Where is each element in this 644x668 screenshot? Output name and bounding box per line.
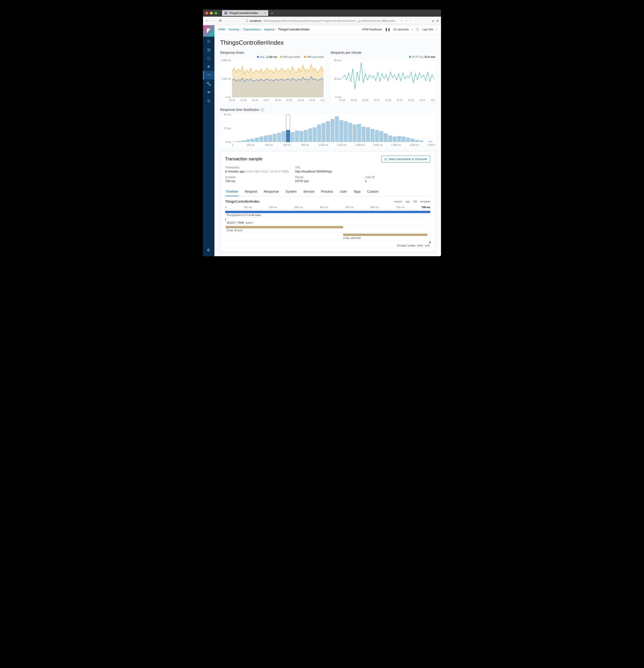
svg-rect-71: [397, 136, 401, 142]
svg-text:02:28: 02:28: [275, 99, 281, 102]
svg-rect-40: [264, 135, 268, 142]
sidebar-discover-icon[interactable]: ◎: [203, 36, 214, 45]
timerange[interactable]: Last 9m: [422, 28, 433, 31]
breadcrumb-current: ThingsController#index: [278, 28, 310, 31]
tab-tags[interactable]: Tags: [353, 187, 361, 196]
page-title: ThingsController#index: [220, 39, 435, 46]
timerange-prev-icon[interactable]: ‹: [412, 28, 413, 31]
sample-heading: Transaction sample: [225, 156, 262, 162]
new-tab-button[interactable]: ＋: [270, 11, 274, 16]
browser-tab[interactable]: ThingsController#index ×: [222, 10, 268, 16]
svg-text:50 req.: 50 req.: [224, 113, 231, 116]
view-in-discover-button[interactable]: ◎ View transaction in Discover: [381, 155, 430, 163]
tab-request[interactable]: Request: [244, 187, 257, 196]
apm-feedback-link[interactable]: APM feedback: [362, 28, 382, 31]
breadcrumb-transactions[interactable]: Transactions: [243, 28, 260, 31]
distribution-chart[interactable]: 50 req.25 req.0 req.0200 ms400 ms600 ms8…: [220, 113, 435, 147]
svg-text:200 ms: 200 ms: [247, 144, 255, 146]
url-input[interactable]: ⓘ localhost:5601/app/apm#/Dummy/transact…: [243, 18, 410, 24]
rpm-legend: HTTP 2xx 51.0 rpm: [331, 56, 435, 58]
svg-rect-73: [406, 138, 410, 142]
timestamp-label: Timestamp: [225, 166, 290, 169]
rpm-chart[interactable]: 90 rpm45 rpm0 rpm02:2402:2502:2602:2702:…: [331, 59, 435, 102]
more-icon[interactable]: ⋯: [401, 19, 403, 22]
minimize-window-button[interactable]: [210, 12, 213, 15]
svg-text:02:31: 02:31: [420, 99, 425, 102]
svg-text:02:32: 02:32: [320, 99, 325, 102]
svg-rect-55: [326, 121, 330, 142]
svg-text:02:30: 02:30: [298, 99, 304, 102]
sidebar-visualize-icon[interactable]: ▥: [203, 45, 214, 54]
svg-rect-34: [237, 141, 241, 142]
tab-custom[interactable]: Custom: [367, 187, 379, 196]
site-info-icon[interactable]: ⓘ: [245, 19, 249, 23]
tab-service[interactable]: Service: [303, 187, 315, 196]
svg-text:02:29: 02:29: [286, 99, 292, 102]
svg-rect-67: [379, 131, 384, 142]
pause-icon[interactable]: ❚❚: [385, 28, 390, 31]
span-row[interactable]: things/index.html.erb: [225, 240, 430, 248]
span-row[interactable]: Slow block: [225, 225, 430, 233]
svg-text:0 rpm: 0 rpm: [335, 96, 341, 98]
svg-rect-78: [428, 141, 432, 142]
sample-tabs: TimelineRequestResponseSystemServiceProc…: [225, 187, 430, 196]
result-value: HTTP 2xx: [295, 179, 360, 183]
url-value: http://localhost:3000/things: [295, 170, 360, 173]
forward-icon[interactable]: →: [212, 18, 216, 23]
svg-text:1,000 ms: 1,000 ms: [318, 144, 328, 146]
info-icon[interactable]: ?: [261, 108, 264, 111]
span-row[interactable]: slow_method: [225, 233, 430, 240]
menu-icon[interactable]: ≡: [436, 19, 439, 23]
tab-system[interactable]: System: [285, 187, 297, 196]
span-row[interactable]: SELECT FROM users: [225, 217, 430, 225]
breadcrumb-service[interactable]: Dummy: [228, 28, 239, 31]
svg-rect-45: [286, 130, 290, 142]
timestamp-detail: (June 26th 2018, 14:24:17.896): [245, 170, 288, 173]
sidebar-timelion-icon[interactable]: ☻: [203, 62, 214, 71]
breadcrumb-apm[interactable]: APM: [218, 28, 225, 31]
svg-rect-61: [353, 124, 357, 142]
bookmark-icon[interactable]: ☆: [405, 19, 408, 22]
svg-rect-60: [348, 123, 352, 142]
back-icon[interactable]: ←: [205, 18, 209, 23]
sidebar-management-icon[interactable]: ⚙: [203, 96, 214, 105]
breadcrumb-type[interactable]: request: [264, 28, 274, 31]
close-tab-icon[interactable]: ×: [264, 12, 266, 15]
svg-rect-56: [331, 119, 334, 142]
distribution-title: Response time distribution: [220, 108, 259, 111]
reload-icon[interactable]: ⟳: [219, 18, 222, 23]
sidebar-monitoring-icon[interactable]: ❤: [203, 88, 214, 96]
span-row[interactable]: ThingsController#index: [225, 210, 430, 217]
timerange-next-icon[interactable]: ›: [436, 28, 437, 31]
maximize-window-button[interactable]: [214, 12, 217, 15]
kibana-logo[interactable]: [203, 25, 214, 36]
svg-text:02:25: 02:25: [351, 99, 357, 102]
svg-rect-41: [268, 135, 272, 142]
svg-text:1,400 ms: 1,400 ms: [355, 144, 364, 146]
tab-response[interactable]: Response: [264, 187, 280, 196]
svg-text:02:30: 02:30: [408, 99, 414, 102]
response-times-chart[interactable]: 2,400 ms1,200 ms0 ms02:2402:2502:2602:27…: [220, 59, 325, 102]
refresh-interval[interactable]: 10 seconds: [393, 28, 409, 31]
discover-icon: ◎: [384, 157, 387, 161]
sidebar-collapse-icon[interactable]: ◐: [203, 245, 214, 254]
tab-timeline[interactable]: Timeline: [225, 187, 238, 196]
sidebar-apm-icon[interactable]: 〰: [203, 71, 214, 79]
svg-text:0: 0: [232, 144, 233, 146]
close-window-button[interactable]: [205, 12, 208, 15]
url-path: :5601/app/apm#/Dummy/transactions/reques…: [263, 19, 399, 22]
svg-text:02:26: 02:26: [362, 99, 369, 102]
sidebar-dashboard-icon[interactable]: ◷: [203, 54, 214, 62]
svg-rect-42: [273, 134, 277, 142]
svg-rect-63: [361, 127, 365, 142]
svg-rect-59: [344, 121, 348, 142]
tab-process[interactable]: Process: [320, 187, 334, 196]
overflow-icon[interactable]: »: [432, 19, 434, 23]
svg-rect-38: [255, 138, 259, 142]
svg-text:02:29: 02:29: [397, 99, 403, 102]
timeline-spans: ThingsController#index SELECT FROM users…: [225, 210, 430, 248]
sidebar-devtools-icon[interactable]: 🔧: [203, 79, 214, 88]
svg-text:02:26: 02:26: [252, 99, 258, 102]
svg-text:2,400 ms: 2,400 ms: [221, 59, 231, 62]
tab-user[interactable]: User: [339, 187, 347, 196]
